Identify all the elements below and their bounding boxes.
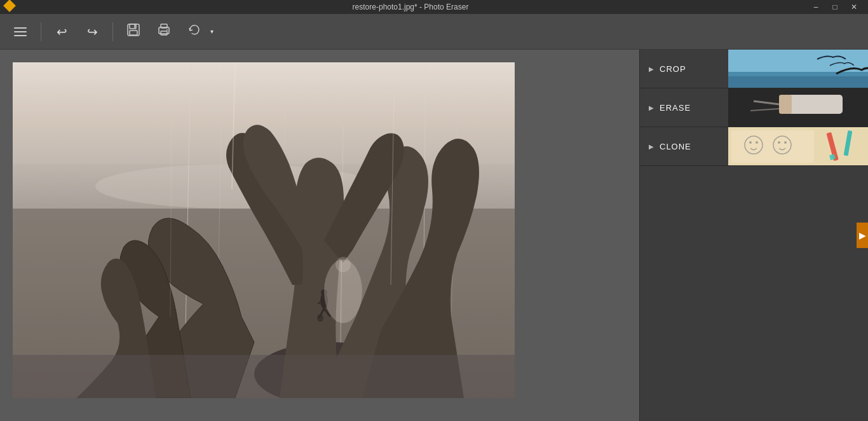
panel-item-clone[interactable]: ▶ CLONE <box>640 127 868 166</box>
save-button[interactable] <box>121 19 146 45</box>
svg-rect-6 <box>161 31 167 35</box>
svg-rect-2 <box>130 31 137 35</box>
print-button[interactable] <box>151 19 177 45</box>
clone-arrow: ▶ <box>649 143 654 150</box>
main-area: ▶ CROP ▶ ERASE <box>0 50 868 421</box>
titlebar: restore-photo1.jpg* - Photo Eraser – □ ✕ <box>0 0 868 14</box>
svg-point-47 <box>784 141 787 144</box>
hamburger-icon <box>11 25 29 39</box>
panel-item-erase[interactable]: ▶ ERASE <box>640 88 868 127</box>
expand-panel-arrow[interactable]: ▶ <box>857 223 868 248</box>
svg-rect-34 <box>728 76 868 88</box>
erase-thumbnail <box>728 88 868 127</box>
menu-button[interactable] <box>8 19 33 45</box>
refresh-icon <box>187 23 201 40</box>
undo-button[interactable]: ↩ <box>49 19 74 45</box>
print-icon <box>157 23 171 40</box>
toolbar-separator-1 <box>41 22 41 41</box>
svg-point-46 <box>778 141 780 144</box>
svg-rect-25 <box>13 62 515 398</box>
svg-rect-29 <box>13 355 515 398</box>
window-title: restore-photo1.jpg* - Photo Eraser <box>14 3 807 11</box>
svg-point-44 <box>756 141 758 144</box>
crop-label: ▶ CROP <box>640 50 729 88</box>
app-icon <box>5 1 14 13</box>
svg-rect-37 <box>779 95 792 114</box>
redo-button[interactable]: ↪ <box>79 19 105 45</box>
chevron-down-icon: ▾ <box>210 28 214 35</box>
minimize-button[interactable]: – <box>807 0 825 14</box>
refresh-dropdown-button[interactable]: ▾ <box>207 19 216 45</box>
svg-point-31 <box>336 257 351 272</box>
crop-thumbnail <box>728 50 868 88</box>
svg-point-7 <box>166 29 168 31</box>
canvas-area[interactable] <box>0 50 639 421</box>
photo-container <box>13 62 515 398</box>
erase-text: ERASE <box>660 103 691 113</box>
panel-item-crop[interactable]: ▶ CROP <box>640 50 868 88</box>
redo-icon: ↪ <box>87 24 98 39</box>
maximize-button[interactable]: □ <box>826 0 844 14</box>
svg-rect-41 <box>731 130 814 163</box>
erase-label: ▶ ERASE <box>640 88 729 127</box>
clone-thumbnail <box>728 127 868 165</box>
window-controls: – □ ✕ <box>807 0 863 14</box>
right-panel: ▶ CROP ▶ ERASE <box>639 50 868 421</box>
toolbar-separator-2 <box>112 22 113 41</box>
refresh-button[interactable] <box>182 19 207 45</box>
svg-point-43 <box>749 141 752 144</box>
erase-arrow: ▶ <box>649 104 654 111</box>
expand-icon: ▶ <box>859 230 866 240</box>
toolbar: ↩ ↪ <box>0 14 868 50</box>
save-icon <box>126 23 140 40</box>
crop-text: CROP <box>660 64 686 74</box>
undo-icon: ↩ <box>57 24 67 39</box>
photo-canvas <box>13 62 515 398</box>
refresh-group: ▾ <box>182 19 216 45</box>
clone-label: ▶ CLONE <box>640 127 729 165</box>
clone-text: CLONE <box>660 142 691 151</box>
crop-arrow: ▶ <box>649 66 654 72</box>
close-button[interactable]: ✕ <box>845 0 863 14</box>
